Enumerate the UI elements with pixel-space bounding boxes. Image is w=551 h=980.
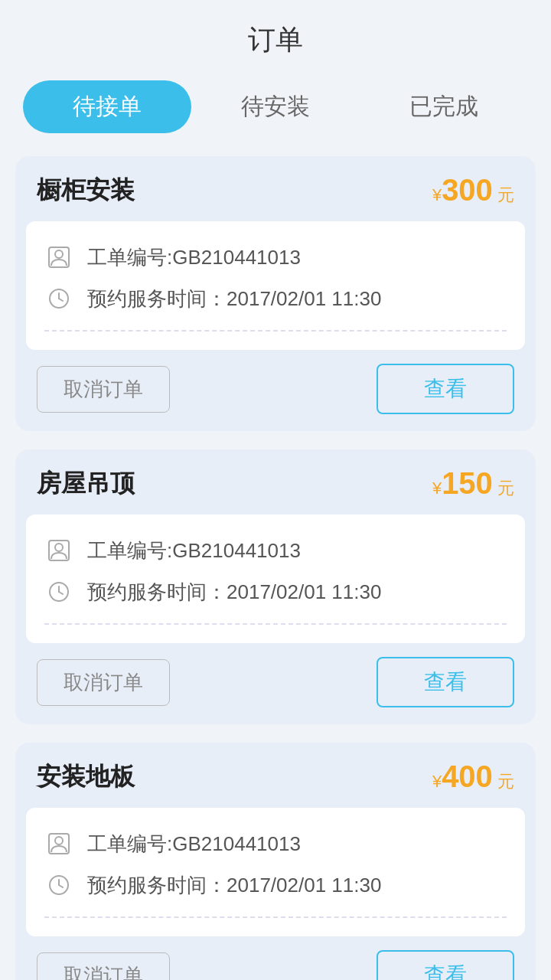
person-icon-2	[44, 536, 73, 565]
svg-line-9	[59, 592, 63, 594]
divider-2	[44, 623, 507, 625]
order-card-1: 橱柜安装 ¥300 元 工单编号:GB210441013	[15, 156, 536, 431]
page-title: 订单	[248, 24, 303, 55]
order-price-1: ¥300 元	[432, 173, 514, 207]
tab-completed[interactable]: 已完成	[360, 80, 528, 133]
page-header: 订单	[0, 0, 551, 73]
person-icon-1	[44, 243, 73, 272]
appointment-row-3: 预约服务时间：2017/02/01 11:30	[44, 864, 507, 906]
divider-3	[44, 916, 507, 918]
svg-line-4	[59, 299, 63, 301]
order-detail-2: 工单编号:GB210441013 预约服务时间：2017/02/01 11:30	[26, 514, 525, 643]
work-order-label-1: 工单编号:GB210441013	[87, 244, 301, 271]
work-order-row-2: 工单编号:GB210441013	[44, 530, 507, 571]
order-title-3: 安装地板	[37, 760, 135, 794]
tab-installing[interactable]: 待安装	[191, 80, 360, 133]
cancel-button-2[interactable]: 取消订单	[37, 659, 170, 706]
appointment-label-3: 预约服务时间：2017/02/01 11:30	[87, 872, 381, 899]
order-detail-3: 工单编号:GB210441013 预约服务时间：2017/02/01 11:30	[26, 808, 525, 936]
order-actions-3: 取消订单 查看	[15, 936, 536, 980]
order-title-1: 橱柜安装	[37, 174, 135, 207]
divider-1	[44, 330, 507, 332]
cancel-button-1[interactable]: 取消订单	[37, 366, 170, 413]
order-card-2: 房屋吊顶 ¥150 元 工单编号:GB210441013	[15, 449, 536, 724]
tab-pending[interactable]: 待接单	[23, 80, 191, 133]
order-actions-1: 取消订单 查看	[15, 350, 536, 431]
order-actions-2: 取消订单 查看	[15, 643, 536, 724]
work-order-label-2: 工单编号:GB210441013	[87, 537, 301, 564]
view-button-1[interactable]: 查看	[377, 364, 514, 414]
svg-point-1	[55, 250, 63, 258]
tab-bar: 待接单 待安装 已完成	[0, 73, 551, 149]
view-button-3[interactable]: 查看	[377, 950, 514, 980]
work-order-label-3: 工单编号:GB210441013	[87, 831, 301, 858]
svg-point-11	[55, 837, 63, 844]
order-price-2: ¥150 元	[432, 466, 514, 501]
order-header-2: 房屋吊顶 ¥150 元	[15, 449, 536, 514]
svg-point-6	[55, 544, 63, 551]
order-list: 橱柜安装 ¥300 元 工单编号:GB210441013	[0, 149, 551, 980]
appointment-row-1: 预约服务时间：2017/02/01 11:30	[44, 278, 507, 319]
work-order-row-3: 工单编号:GB210441013	[44, 823, 507, 864]
order-header-1: 橱柜安装 ¥300 元	[15, 156, 536, 221]
cancel-button-3[interactable]: 取消订单	[37, 952, 170, 981]
order-price-3: ¥400 元	[432, 760, 514, 794]
order-title-2: 房屋吊顶	[37, 467, 135, 501]
appointment-row-2: 预约服务时间：2017/02/01 11:30	[44, 571, 507, 612]
view-button-2[interactable]: 查看	[377, 657, 514, 707]
clock-icon-3	[44, 871, 73, 900]
order-header-3: 安装地板 ¥400 元	[15, 743, 536, 808]
clock-icon-1	[44, 284, 73, 313]
work-order-row-1: 工单编号:GB210441013	[44, 237, 507, 278]
person-icon-3	[44, 829, 73, 858]
order-detail-1: 工单编号:GB210441013 预约服务时间：2017/02/01 11:30	[26, 221, 525, 350]
order-card-3: 安装地板 ¥400 元 工单编号:GB210441013	[15, 743, 536, 980]
appointment-label-1: 预约服务时间：2017/02/01 11:30	[87, 286, 381, 312]
appointment-label-2: 预约服务时间：2017/02/01 11:30	[87, 579, 381, 606]
svg-line-14	[59, 885, 63, 887]
clock-icon-2	[44, 577, 73, 606]
